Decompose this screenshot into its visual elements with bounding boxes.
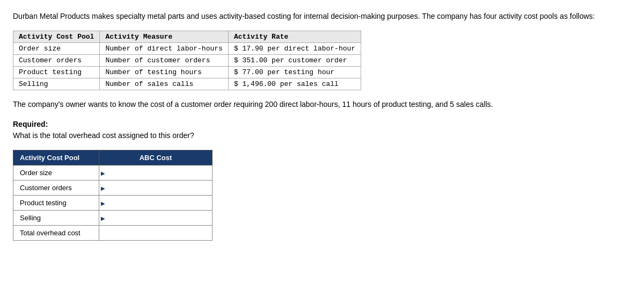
total-overhead-cost-cell[interactable] xyxy=(99,226,213,241)
customer-orders-cost-cell[interactable] xyxy=(99,181,213,196)
measure-value: Number of sales calls xyxy=(100,78,228,90)
total-row: Total overhead cost xyxy=(13,226,213,241)
measure-value: Number of customer orders xyxy=(100,55,228,67)
required-section: Required: What is the total overhead cos… xyxy=(13,119,631,141)
total-overhead-cost-input[interactable] xyxy=(106,229,206,237)
activity-pool-label: Customer orders xyxy=(13,181,99,196)
table-row: Product testing Number of testing hours … xyxy=(13,67,361,78)
selling-cost-input[interactable] xyxy=(106,214,206,222)
order-size-cost-input[interactable] xyxy=(106,169,206,177)
table-row: Selling Number of sales calls $ 1,496.00… xyxy=(13,78,361,90)
rate-value: $ 17.90 per direct labor-hour xyxy=(228,43,361,55)
activity-pool-label: Order size xyxy=(13,165,99,181)
table-row: Product testing xyxy=(13,196,213,211)
abc-header-cost: ABC Cost xyxy=(99,150,213,165)
rate-value: $ 1,496.00 per sales call xyxy=(228,78,361,90)
total-overhead-label: Total overhead cost xyxy=(13,226,99,241)
required-label: Required: xyxy=(13,119,631,130)
selling-cost-cell[interactable] xyxy=(99,211,213,226)
table-row: Customer orders Number of customer order… xyxy=(13,55,361,67)
scenario-paragraph: The company's owner wants to know the co… xyxy=(13,99,631,110)
order-size-cost-cell[interactable] xyxy=(99,165,213,181)
abc-header-pool: Activity Cost Pool xyxy=(13,150,99,165)
activity-pool-label: Product testing xyxy=(13,196,99,211)
table-row: Selling xyxy=(13,211,213,226)
product-testing-cost-input[interactable] xyxy=(106,199,206,207)
pool-name: Product testing xyxy=(13,67,100,78)
intro-paragraph: Durban Metal Products makes specialty me… xyxy=(13,11,631,22)
required-question: What is the total overhead cost assigned… xyxy=(13,130,631,141)
reference-table: Activity Cost Pool Activity Measure Acti… xyxy=(13,31,361,90)
col-header-pool: Activity Cost Pool xyxy=(13,31,100,43)
col-header-rate: Activity Rate xyxy=(228,31,361,43)
measure-value: Number of testing hours xyxy=(100,67,228,78)
pool-name: Customer orders xyxy=(13,55,100,67)
pool-name: Order size xyxy=(13,43,100,55)
rate-value: $ 77.00 per testing hour xyxy=(228,67,361,78)
activity-pool-label: Selling xyxy=(13,211,99,226)
table-row: Customer orders xyxy=(13,181,213,196)
table-row: Order size Number of direct labor-hours … xyxy=(13,43,361,55)
rate-value: $ 351.00 per customer order xyxy=(228,55,361,67)
measure-value: Number of direct labor-hours xyxy=(100,43,228,55)
table-row: Order size xyxy=(13,165,213,181)
customer-orders-cost-input[interactable] xyxy=(106,184,206,192)
pool-name: Selling xyxy=(13,78,100,90)
col-header-measure: Activity Measure xyxy=(100,31,228,43)
product-testing-cost-cell[interactable] xyxy=(99,196,213,211)
abc-cost-table: Activity Cost Pool ABC Cost Order size C… xyxy=(13,150,213,241)
